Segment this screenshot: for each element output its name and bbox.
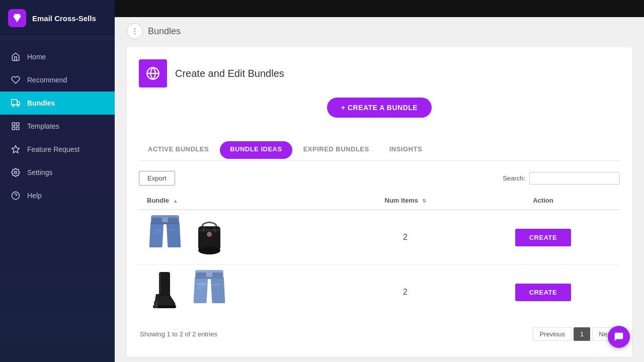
svg-rect-6 — [17, 127, 19, 130]
num-items-cell-2: 2 — [344, 265, 466, 320]
templates-icon — [10, 121, 21, 132]
svg-rect-4 — [12, 123, 15, 125]
bundles-card: Create and Edit Bundles + CREATE A BUNDL… — [127, 47, 632, 357]
svg-rect-29 — [198, 229, 220, 231]
col-action: Action — [466, 192, 620, 210]
svg-rect-19 — [167, 222, 181, 247]
svg-rect-33 — [159, 292, 170, 296]
tab-bundle-ideas[interactable]: BUNDLE IDEAS — [220, 141, 292, 159]
search-label: Search: — [503, 174, 525, 182]
pagination-page-1[interactable]: 1 — [574, 327, 590, 341]
bundle-images-row2 — [147, 270, 336, 314]
svg-point-27 — [198, 246, 220, 254]
svg-rect-7 — [12, 127, 15, 130]
recommend-icon — [10, 74, 21, 85]
col-num-items: Num Items ⇅ — [344, 192, 466, 210]
svg-rect-42 — [198, 285, 205, 286]
sidebar-nav: Home Recommend Bundles — [0, 41, 115, 362]
svg-rect-5 — [17, 123, 19, 125]
sidebar-item-templates[interactable]: Templates — [0, 115, 115, 138]
sidebar-item-settings-label: Settings — [27, 168, 53, 176]
svg-rect-39 — [211, 277, 225, 303]
home-icon — [10, 51, 21, 62]
svg-point-12 — [134, 28, 135, 29]
chat-button[interactable] — [608, 326, 630, 348]
create-bundle-button[interactable]: + CREATE A BUNDLE — [327, 98, 432, 118]
sidebar-item-bundles[interactable]: Bundles — [0, 92, 115, 115]
app-name: Email Cross-Sells — [32, 14, 96, 23]
svg-rect-44 — [212, 284, 220, 285]
sidebar-item-help[interactable]: Help — [0, 184, 115, 207]
svg-rect-18 — [149, 222, 164, 247]
svg-rect-43 — [197, 288, 202, 289]
sidebar-divider — [0, 39, 115, 39]
app-logo — [8, 9, 26, 27]
num-items-sort-icon[interactable]: ⇅ — [422, 198, 426, 204]
num-items-value-2: 2 — [403, 288, 408, 296]
sidebar-item-recommend-label: Recommend — [27, 76, 67, 84]
create-button-row2[interactable]: CREATE — [515, 284, 571, 301]
sidebar-header: Email Cross-Sells — [0, 0, 115, 37]
bundles-card-icon — [139, 59, 167, 87]
sidebar-item-feature-request[interactable]: Feature Request — [0, 138, 115, 161]
table-row: 2 CREATE — [139, 265, 620, 320]
create-bundle-wrap: + CREATE A BUNDLE — [139, 98, 620, 130]
svg-rect-25 — [162, 217, 168, 222]
svg-rect-46 — [206, 272, 212, 277]
action-cell-2: CREATE — [466, 265, 620, 320]
sidebar-item-help-label: Help — [27, 192, 42, 200]
feature-icon — [10, 144, 21, 155]
product-jeans-1 — [147, 215, 183, 259]
bundles-icon — [10, 98, 21, 109]
bundle-images-cell — [139, 210, 344, 265]
page-header: Bundles — [115, 17, 644, 39]
topbar — [115, 0, 644, 17]
svg-point-3 — [17, 105, 19, 107]
sidebar-item-templates-label: Templates — [27, 122, 59, 130]
num-items-value-1: 2 — [403, 233, 408, 241]
tab-expired-bundles[interactable]: EXPIRED BUNDLES — [294, 140, 378, 161]
sidebar-item-bundles-label: Bundles — [27, 99, 55, 107]
tab-active-bundles[interactable]: ACTIVE BUNDLES — [139, 140, 218, 161]
sidebar-item-settings[interactable]: Settings — [0, 161, 115, 184]
svg-rect-41 — [197, 283, 206, 285]
bundle-images-row1 — [147, 215, 336, 259]
sidebar-item-feature-label: Feature Request — [27, 145, 79, 153]
svg-rect-21 — [154, 230, 161, 231]
tabs-bar: ACTIVE BUNDLES BUNDLE IDEAS EXPIRED BUND… — [139, 140, 620, 161]
svg-rect-23 — [169, 229, 175, 230]
breadcrumb: Bundles — [148, 26, 181, 37]
export-button[interactable]: Export — [139, 171, 175, 186]
table-row: 2 CREATE — [139, 210, 620, 265]
pagination-bar: Showing 1 to 2 of 2 entries Previous 1 N… — [139, 327, 620, 341]
table-toolbar: Export Search: — [139, 171, 620, 186]
svg-point-2 — [12, 105, 14, 107]
svg-rect-35 — [154, 301, 158, 308]
col-bundle: Bundle ▲ — [139, 192, 344, 210]
help-icon — [10, 190, 21, 201]
sidebar-item-recommend[interactable]: Recommend — [0, 68, 115, 92]
svg-rect-0 — [12, 100, 17, 105]
search-wrap: Search: — [503, 172, 620, 185]
sidebar-item-home[interactable]: Home — [0, 45, 115, 68]
tab-insights[interactable]: INSIGHTS — [380, 140, 431, 161]
sidebar: Email Cross-Sells Home Recommend — [0, 0, 115, 362]
bundle-sort-icon[interactable]: ▲ — [173, 198, 178, 204]
svg-point-9 — [15, 171, 17, 174]
svg-point-28 — [207, 232, 212, 237]
svg-marker-8 — [12, 146, 20, 153]
sidebar-item-home-label: Home — [27, 53, 46, 61]
svg-rect-32 — [159, 272, 170, 294]
pagination-previous[interactable]: Previous — [533, 327, 572, 341]
action-cell-1: CREATE — [466, 210, 620, 265]
menu-dots-button[interactable] — [127, 23, 143, 39]
bundle-images-cell — [139, 265, 344, 320]
search-input[interactable] — [529, 172, 620, 185]
pagination-controls: Previous 1 Next — [533, 327, 619, 341]
create-button-row1[interactable]: CREATE — [515, 229, 571, 246]
product-boot-1 — [147, 270, 183, 314]
svg-rect-22 — [155, 232, 160, 233]
num-items-cell-1: 2 — [344, 210, 466, 265]
main-content: Bundles Create and Edit Bundles + CREATE… — [115, 0, 644, 362]
svg-point-14 — [134, 33, 135, 34]
